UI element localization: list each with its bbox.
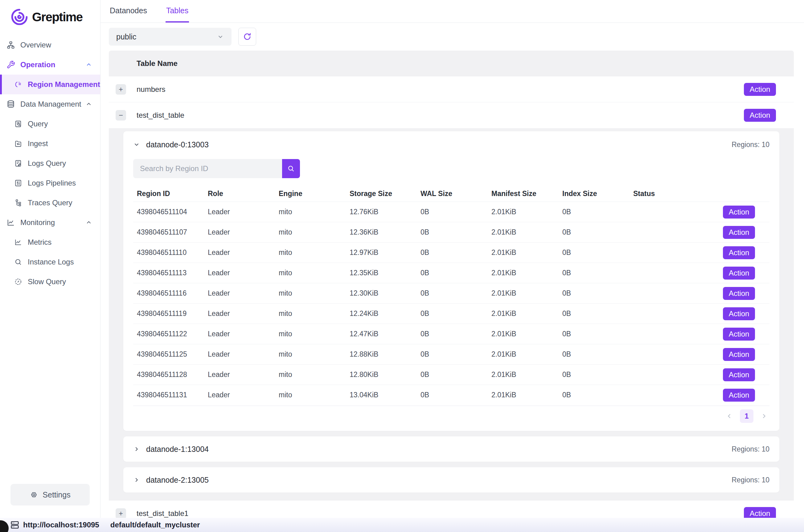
region-table-row: 4398046511116 Leader mito 12.30KiB 0B 2.…	[133, 283, 769, 303]
main-area: Datanodes Tables public Ta	[100, 0, 804, 518]
sidebar-item-slow-query[interactable]: Slow Query	[0, 272, 100, 291]
refresh-button[interactable]	[238, 28, 256, 45]
sidebar-item-instance-logs[interactable]: Instance Logs	[0, 252, 100, 272]
tabbar: Datanodes Tables	[100, 0, 804, 23]
manifest-size-cell: 2.01KiB	[492, 269, 562, 277]
sidebar-item-monitoring[interactable]: Monitoring	[0, 213, 100, 232]
region-action-button[interactable]: Action	[723, 328, 755, 341]
column-header: Storage Size	[350, 190, 421, 198]
expand-row-button[interactable]: +	[116, 508, 126, 519]
region-action-button[interactable]: Action	[723, 389, 755, 402]
chevron-up-icon	[85, 61, 92, 68]
schema-select[interactable]: public	[109, 28, 231, 45]
wal-size-cell: 0B	[421, 228, 492, 236]
trace-tree-icon	[14, 198, 23, 207]
region-search-button[interactable]	[282, 159, 300, 178]
datanode-0-toggle[interactable]: datanode-0:13003 Regions: 10	[133, 131, 769, 158]
role-cell: Leader	[208, 228, 279, 236]
region-id-cell: 4398046511116	[137, 289, 208, 298]
chevron-down-icon	[217, 33, 224, 40]
prev-page-icon[interactable]	[726, 413, 733, 420]
engine-cell: mito	[279, 208, 350, 216]
brand-name: Greptime	[32, 10, 83, 24]
chevron-down-icon	[133, 141, 140, 148]
storage-size-cell: 12.76KiB	[350, 208, 421, 216]
server-url[interactable]: http://localhost:19095	[23, 520, 99, 529]
refresh-icon	[243, 32, 252, 41]
region-action-button[interactable]: Action	[723, 287, 755, 300]
sidebar-item-ingest[interactable]: Ingest	[0, 134, 100, 153]
collapse-row-button[interactable]: −	[116, 110, 126, 120]
region-action-button[interactable]: Action	[723, 206, 755, 218]
region-action-button[interactable]: Action	[723, 307, 755, 320]
sidebar-item-region-management[interactable]: Region Management	[0, 75, 100, 94]
sidebar-item-query[interactable]: Query	[0, 114, 100, 134]
table-action-button[interactable]: Action	[744, 109, 776, 122]
sidebar-item-label: Ingest	[28, 139, 48, 148]
index-size-cell: 0B	[562, 330, 633, 338]
role-cell: Leader	[208, 391, 279, 399]
column-header: WAL Size	[421, 190, 492, 198]
sidebar-item-operation[interactable]: Operation	[0, 55, 100, 75]
chart-icon	[14, 238, 23, 247]
cluster-name: default/default_mycluster	[110, 520, 200, 529]
index-size-cell: 0B	[562, 248, 633, 257]
storage-size-cell: 12.36KiB	[350, 228, 421, 236]
chevron-up-icon	[85, 219, 92, 226]
sidebar-item-logs-pipelines[interactable]: Logs Pipelines	[0, 173, 100, 193]
region-action-button[interactable]: Action	[723, 368, 755, 381]
page-number[interactable]: 1	[740, 409, 753, 423]
sidebar-item-label: Overview	[20, 41, 51, 49]
chevron-right-icon	[133, 446, 140, 453]
brand-logo[interactable]: Greptime	[0, 0, 100, 33]
role-cell: Leader	[208, 309, 279, 318]
column-header: Role	[208, 190, 279, 198]
next-page-icon[interactable]	[760, 413, 768, 420]
storage-size-cell: 12.97KiB	[350, 248, 421, 257]
region-action-button[interactable]: Action	[723, 226, 755, 239]
engine-cell: mito	[279, 289, 350, 298]
region-search-input[interactable]	[133, 159, 282, 178]
sidebar-item-data-management[interactable]: Data Management	[0, 94, 100, 114]
engine-cell: mito	[279, 330, 350, 338]
tab-tables[interactable]: Tables	[166, 0, 189, 22]
datanode-name: datanode-1:13004	[146, 445, 209, 454]
expand-row-button[interactable]: +	[116, 84, 126, 95]
region-table-row: 4398046511122 Leader mito 12.47KiB 0B 2.…	[133, 324, 769, 344]
storage-size-cell: 12.35KiB	[350, 269, 421, 277]
wal-size-cell: 0B	[421, 350, 492, 359]
datanode-2-card: datanode-2:13005 Regions: 10	[123, 467, 779, 493]
region-action-button[interactable]: Action	[723, 267, 755, 280]
ingest-icon	[14, 139, 23, 148]
sidebar-item-metrics[interactable]: Metrics	[0, 232, 100, 252]
corner-widget[interactable]	[0, 520, 8, 532]
table-action-button[interactable]: Action	[744, 83, 776, 96]
manifest-size-cell: 2.01KiB	[492, 350, 562, 359]
region-id-cell: 4398046511128	[137, 370, 208, 379]
sliders-icon	[14, 178, 23, 188]
sidebar-item-overview[interactable]: Overview	[0, 35, 100, 55]
index-size-cell: 0B	[562, 228, 633, 236]
table-header-row: Table Name	[109, 51, 794, 76]
regions-count: Regions: 10	[731, 140, 769, 149]
engine-cell: mito	[279, 248, 350, 257]
region-action-button[interactable]: Action	[723, 246, 755, 259]
sidebar-item-traces-query[interactable]: Traces Query	[0, 193, 100, 213]
datanode-1-toggle[interactable]: datanode-1:13004 Regions: 10	[133, 436, 769, 462]
table-row-test-dist-table: − test_dist_table Action	[109, 102, 794, 128]
column-header: Index Size	[562, 190, 633, 198]
settings-button[interactable]: Settings	[11, 484, 90, 506]
engine-cell: mito	[279, 309, 350, 318]
chevron-right-icon	[133, 476, 140, 483]
engine-cell: mito	[279, 228, 350, 236]
role-cell: Leader	[208, 248, 279, 257]
sidebar-item-logs-query[interactable]: Logs Query	[0, 153, 100, 173]
wal-size-cell: 0B	[421, 208, 492, 216]
datanode-2-toggle[interactable]: datanode-2:13005 Regions: 10	[133, 467, 769, 493]
tab-datanodes[interactable]: Datanodes	[109, 0, 148, 22]
pagination: 1	[133, 406, 769, 426]
index-size-cell: 0B	[562, 391, 633, 399]
engine-cell: mito	[279, 269, 350, 277]
wal-size-cell: 0B	[421, 391, 492, 399]
region-action-button[interactable]: Action	[723, 348, 755, 361]
